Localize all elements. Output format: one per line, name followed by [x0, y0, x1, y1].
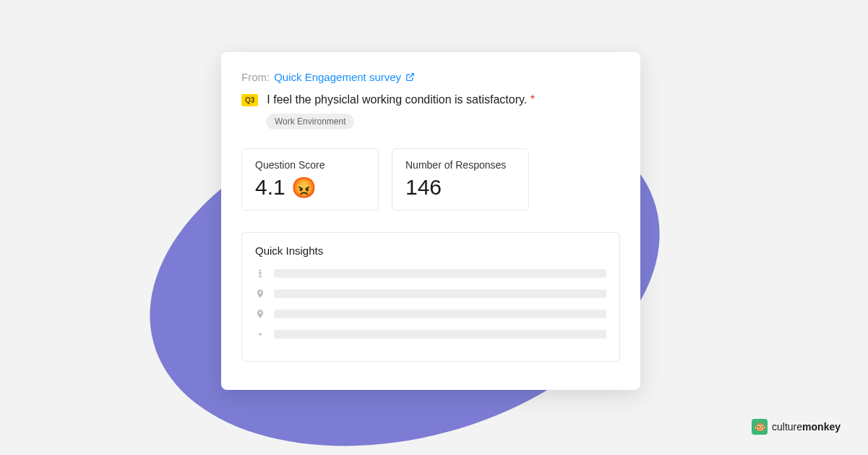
required-marker: * — [530, 93, 535, 106]
question-text: I feel the physiclal working condition i… — [267, 93, 535, 106]
angry-emoji-icon: 😡 — [291, 176, 317, 200]
svg-point-2 — [259, 333, 262, 336]
responses-label: Number of Responses — [405, 159, 515, 171]
from-label: From: — [241, 71, 270, 83]
question-card: From: Quick Engagement survey Q3 I feel … — [221, 52, 640, 390]
responses-box: Number of Responses 146 — [392, 148, 529, 211]
score-number: 4.1 — [255, 175, 285, 200]
svg-point-1 — [259, 269, 262, 271]
insight-placeholder-bar — [274, 310, 606, 318]
score-value: 4.1 😡 — [255, 175, 365, 200]
stats-row: Question Score 4.1 😡 Number of Responses… — [241, 148, 620, 211]
from-line: From: Quick Engagement survey — [241, 71, 620, 83]
brand-logo[interactable]: 🐵 culturemonkey — [752, 419, 841, 435]
location-pin-icon — [255, 309, 265, 319]
insight-row — [255, 289, 606, 299]
survey-link-text: Quick Engagement survey — [274, 71, 401, 83]
monkey-logo-icon: 🐵 — [752, 419, 768, 435]
question-score-box: Question Score 4.1 😡 — [241, 148, 379, 211]
insights-title: Quick Insights — [255, 244, 606, 257]
insight-row — [255, 268, 606, 278]
question-text-content: I feel the physiclal working condition i… — [267, 93, 527, 106]
category-tag: Work Environment — [266, 114, 354, 129]
survey-link[interactable]: Quick Engagement survey — [274, 71, 415, 83]
svg-line-0 — [410, 74, 414, 78]
location-pin-icon — [255, 289, 265, 299]
dot-icon — [255, 329, 265, 339]
insight-row — [255, 309, 606, 319]
brand-name-light: culture — [772, 421, 802, 433]
responses-value: 146 — [405, 175, 515, 200]
question-number-badge: Q3 — [241, 94, 258, 106]
brand-name-bold: monkey — [802, 421, 841, 433]
insight-placeholder-bar — [274, 269, 606, 278]
external-link-icon — [405, 72, 415, 82]
question-row: Q3 I feel the physiclal working conditio… — [241, 93, 620, 106]
insight-placeholder-bar — [274, 330, 606, 339]
insight-row — [255, 329, 606, 339]
insight-placeholder-bar — [274, 289, 606, 298]
score-label: Question Score — [255, 159, 365, 171]
person-icon — [255, 268, 265, 278]
quick-insights-panel: Quick Insights — [241, 232, 620, 362]
brand-name: culturemonkey — [772, 421, 841, 433]
